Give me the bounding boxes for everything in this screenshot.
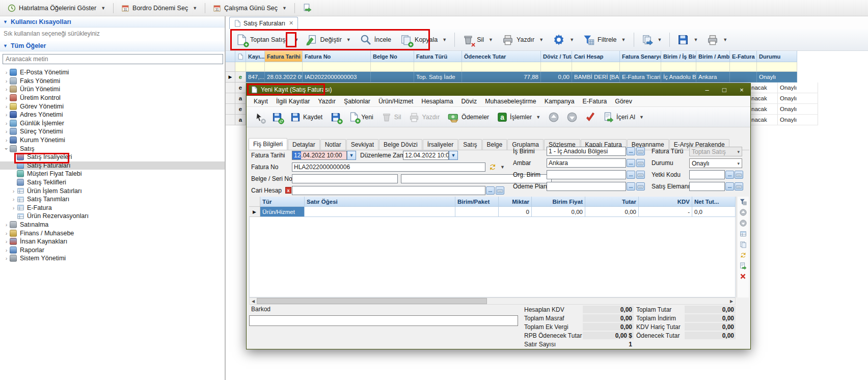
tab-detaylar[interactable]: Detaylar (288, 139, 320, 150)
expand-chevron-icon[interactable]: › (10, 205, 17, 211)
all-items-header[interactable]: ▼ Tüm Öğeler (0, 40, 225, 51)
tree-item-satis-faturalari[interactable]: Satış Faturaları (0, 161, 225, 170)
tab-irsaliyeler[interactable]: İrsaliyeler (423, 139, 458, 150)
payroll-period-button[interactable]: Bordro Dönemi Seç ▼ (118, 2, 201, 15)
col-birim-ambar[interactable]: Birim / Ambar (696, 51, 730, 62)
is-birimi-field[interactable]: 1 - İç Anadolu Bölgesi (547, 147, 626, 156)
filter-cell[interactable] (235, 62, 246, 72)
menu-yazdir[interactable]: Yazdır (314, 98, 340, 105)
expand-chevron-icon[interactable]: › (3, 69, 10, 75)
duzenleme-zamani-field[interactable]: 12.04.2022 10:00 (403, 151, 449, 160)
ambar-lookup-button[interactable]: ... (627, 159, 635, 167)
save-refresh-button[interactable] (269, 109, 285, 125)
tab-sevkiyat[interactable]: Sevkiyat (346, 139, 378, 150)
quick-print-button[interactable]: ▼ (703, 31, 731, 49)
tree-item-eposta[interactable]: ›E-Posta Yönetimi (0, 68, 225, 77)
menu-urun-hizmet[interactable]: Ürün/Hizmet (374, 98, 417, 105)
tree-item-satis[interactable]: ›Satış (0, 144, 225, 153)
col-tutar[interactable]: Tutar (585, 197, 639, 207)
toptan-satis-dropdown[interactable]: ▼ (291, 31, 301, 49)
fatura-tarihi-dropdown-button[interactable]: ▼ (347, 151, 356, 160)
tree-item-urun[interactable]: ›Ürün Yönetimi (0, 85, 225, 94)
col-belge-no[interactable]: Belge No (371, 51, 414, 62)
expand-chevron-icon[interactable]: › (10, 196, 17, 202)
odeme-plani-lookup-button[interactable]: ... (627, 182, 635, 191)
yetki-kodu-field[interactable] (689, 170, 725, 179)
kopyala-button[interactable]: Kopyala ▼ (396, 31, 451, 49)
filtrele-button[interactable]: Filtrele ▼ (579, 31, 630, 49)
menu-kampanya[interactable]: Kampanya (540, 98, 579, 105)
yeni-button[interactable]: Yeni (346, 109, 376, 125)
tree-item-urun-islem-satirlari[interactable]: ›Ürün İşlem Satırları (0, 186, 225, 195)
tab-belge-dovizi[interactable]: Belge Dövizi (379, 139, 422, 150)
tree-item-urun-rezervasyonlari[interactable]: Ürün Rezervasyonları (0, 212, 225, 221)
filter-cell[interactable] (661, 62, 696, 72)
tree-item-satis-tanimlari[interactable]: ›Satış Tanımları (0, 195, 225, 204)
fatura-no-field[interactable]: HLA2022000000006 (292, 162, 485, 172)
tree-item-satis-irsaliyeleri[interactable]: Satış İrsaliyeleri (0, 153, 225, 161)
col-birim-paket[interactable]: Birim/Paket (455, 197, 499, 207)
maximize-button[interactable]: □ (716, 84, 733, 96)
menu-doviz[interactable]: Döviz (457, 98, 481, 105)
filter-cell[interactable] (730, 62, 757, 72)
org-birim-keyboard-button[interactable] (636, 171, 645, 179)
yetki-kodu-keyboard-button[interactable] (735, 171, 743, 179)
tree-item-raporlar[interactable]: ›Raporlar (0, 246, 225, 254)
expand-chevron-icon[interactable]: › (3, 112, 10, 118)
tree-item-gunluk[interactable]: ›Günlük İşlemler (0, 119, 225, 128)
export-button[interactable]: ▼ (638, 31, 666, 49)
expand-chevron-icon[interactable]: › (10, 188, 17, 194)
filter-cell[interactable] (414, 62, 462, 72)
filter-cell[interactable] (265, 62, 303, 72)
scroll-left-icon[interactable]: ◀ (250, 298, 257, 304)
kaydet-button[interactable]: Kaydet (287, 109, 326, 125)
tree-item-insan-kaynaklari[interactable]: ›İnsan Kaynakları (0, 237, 225, 246)
expand-chevron-icon[interactable]: › (3, 247, 10, 253)
grid-horizontal-scrollbar[interactable]: ◀ ▶ (249, 297, 736, 305)
expand-chevron-icon[interactable]: › (3, 103, 10, 110)
dialog-title-bar[interactable]: Yeni Kayıt (Satış Faturası) – □ × (247, 84, 750, 96)
fatura-turu-dropdown[interactable]: Toptan Satış▾ (689, 147, 742, 156)
user-shortcuts-header[interactable]: ▼ Kullanıcı Kısayolları (0, 16, 225, 28)
tree-item-adres[interactable]: ›Adres Yönetimi (0, 111, 225, 119)
col-kayit[interactable]: Kayı... (246, 51, 265, 62)
toptan-satis-button[interactable]: Toptan Satış (232, 31, 290, 49)
chevron-down-icon[interactable]: ▼ (500, 165, 505, 170)
tree-item-surec[interactable]: ›Süreç Yönetimi (0, 127, 225, 136)
copy-row-icon[interactable] (740, 241, 747, 248)
ambar-keyboard-button[interactable] (636, 159, 645, 167)
close-tab-icon[interactable]: ✕ (289, 20, 293, 26)
expand-chevron-icon[interactable]: › (3, 128, 10, 134)
save-new-button[interactable] (328, 109, 344, 125)
yazdir-button[interactable]: Yazdır ▼ (498, 31, 548, 49)
columns-icon[interactable] (740, 230, 747, 237)
tab-belge[interactable]: Belge (482, 139, 507, 150)
next-record-button[interactable] (564, 109, 580, 125)
invoice-row-selected[interactable]: ▶ e 847,... 28.03.2022 09:... IAD2022000… (226, 72, 868, 83)
menu-e-fatura[interactable]: E-Fatura (579, 98, 611, 105)
org-birim-field[interactable] (547, 170, 626, 179)
org-birim-lookup-button[interactable]: ... (627, 171, 635, 179)
tree-item-finans[interactable]: ›Finans / Muhasebe (0, 229, 225, 237)
expand-chevron-icon[interactable]: › (3, 120, 10, 126)
menu-hesaplama[interactable]: Hesaplama (417, 98, 457, 105)
filter-cell[interactable] (541, 62, 572, 72)
durumu-dropdown[interactable]: Onaylı▾ (689, 158, 742, 168)
tree-item-kurum[interactable]: ›Kurum Yönetimi (0, 136, 225, 145)
ambar-field[interactable]: Ankara (547, 158, 626, 168)
satis-elemani-keyboard-button[interactable] (735, 182, 743, 191)
fatura-tarihi-field[interactable]: 12.04.2022 10:00 (292, 151, 347, 160)
col-miktar[interactable]: Miktar (499, 197, 532, 207)
expand-chevron-icon[interactable]: › (3, 230, 10, 236)
open-document-button[interactable] (299, 2, 315, 15)
sil-button[interactable]: Sil ▼ (458, 31, 497, 49)
yetki-kodu-lookup-button[interactable]: ... (725, 171, 734, 179)
show-reminders-button[interactable]: Hatırlatma Öğelerini Göster ▼ (4, 2, 109, 15)
tree-item-e-fatura[interactable]: ›E-Fatura (0, 204, 225, 212)
scrollbar-thumb[interactable] (257, 298, 487, 304)
col-tur[interactable]: Tür (260, 197, 305, 207)
incele-button[interactable]: İncele (356, 31, 395, 49)
previous-record-button[interactable] (546, 109, 562, 125)
menu-gorev[interactable]: Görev (611, 98, 636, 105)
cari-hesap-field[interactable] (292, 186, 485, 195)
